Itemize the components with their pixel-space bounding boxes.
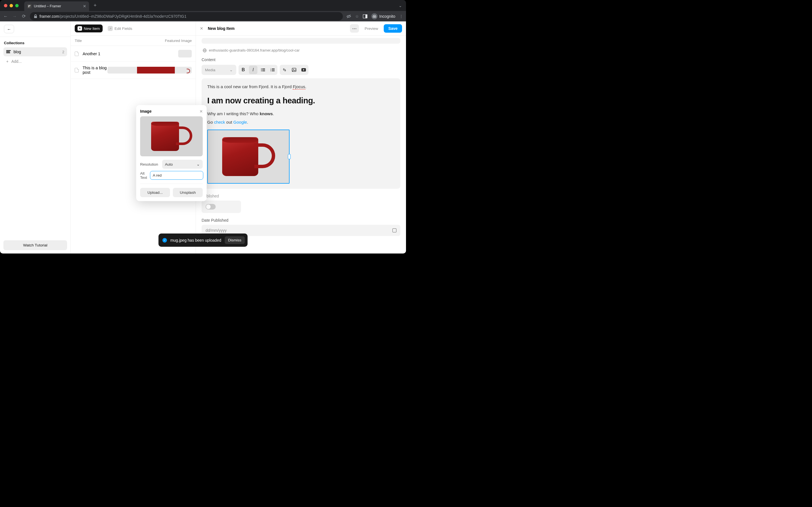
- minimize-window-button[interactable]: [10, 4, 13, 7]
- tab-title: Untitled – Framer: [34, 4, 61, 8]
- external-link-icon: ↗: [108, 26, 113, 31]
- add-collection-button[interactable]: + Add...: [3, 57, 67, 66]
- browser-chrome: Untitled – Framer ✕ + ⌄ ← → ⟳ framer.com…: [0, 0, 406, 21]
- svg-point-9: [261, 68, 262, 69]
- upload-button[interactable]: Upload...: [140, 188, 170, 197]
- svg-rect-3: [365, 15, 367, 18]
- item-thumbnail: [178, 50, 192, 57]
- new-item-button[interactable]: + New Item: [75, 24, 103, 33]
- incognito-badge[interactable]: Incognito: [371, 13, 395, 19]
- incognito-label: Incognito: [379, 14, 395, 18]
- edit-fields-label: Edit Fields: [114, 26, 132, 31]
- item-row[interactable]: This is a blog post: [71, 62, 196, 79]
- slug-input[interactable]: [202, 38, 400, 44]
- rich-text-editor[interactable]: This is a cool new car from Fjord. It is…: [202, 78, 400, 189]
- editor-paragraph[interactable]: Go check out Google.: [207, 119, 395, 126]
- tab-close-icon[interactable]: ✕: [83, 4, 86, 8]
- tabs-dropdown-icon[interactable]: ⌄: [399, 3, 406, 8]
- panel-header: ✕ New blog Item ⋯ Preview Save: [196, 21, 406, 36]
- published-label: Published: [202, 194, 400, 198]
- svg-text:3: 3: [270, 70, 271, 72]
- bold-button[interactable]: B: [239, 65, 248, 75]
- more-options-button[interactable]: ⋯: [350, 24, 359, 33]
- resolution-select[interactable]: Auto ⌄: [162, 160, 203, 169]
- italic-button[interactable]: I: [249, 66, 257, 74]
- popover-close-icon[interactable]: ✕: [200, 109, 203, 114]
- edit-fields-button[interactable]: ↗ Edit Fields: [105, 24, 135, 33]
- svg-rect-12: [262, 69, 265, 70]
- image-resize-handle[interactable]: [288, 154, 291, 159]
- star-icon[interactable]: ☆: [355, 14, 359, 18]
- editor-paragraph[interactable]: This is a cool new car from Fjord. It is…: [207, 83, 395, 90]
- popover-header: Image ✕: [140, 109, 203, 114]
- format-group: B I 123: [239, 65, 277, 75]
- bullet-list-button[interactable]: [258, 65, 268, 75]
- preview-button[interactable]: Preview: [361, 25, 382, 33]
- svg-rect-10: [262, 68, 265, 69]
- published-toggle[interactable]: [206, 204, 216, 210]
- save-button[interactable]: Save: [384, 24, 402, 33]
- panel-actions: ⋯ Preview Save: [350, 24, 402, 33]
- unsplash-button[interactable]: Unsplash: [173, 188, 203, 197]
- url-input[interactable]: framer.com/projects/Untitled--mZ98oDWaPJ…: [30, 12, 343, 20]
- panel-icon[interactable]: [363, 14, 367, 18]
- slug-url-text: enthusiastic-guardrails-093164.framer.ap…: [209, 48, 300, 52]
- new-tab-button[interactable]: +: [91, 3, 99, 8]
- date-placeholder: dd/mm/yyyy: [206, 228, 227, 233]
- image-button[interactable]: [289, 65, 299, 75]
- item-row[interactable]: Another 1: [71, 46, 196, 62]
- kebab-menu-icon[interactable]: ⋮: [399, 14, 403, 18]
- items-list-header: Title Featured Image: [71, 36, 196, 46]
- svg-point-13: [261, 71, 262, 71]
- link-button[interactable]: [280, 65, 289, 75]
- forward-button[interactable]: →: [12, 14, 17, 19]
- close-window-button[interactable]: [4, 4, 7, 7]
- lock-icon: [34, 14, 37, 18]
- alt-text-row: Alt Text: [140, 171, 203, 180]
- browser-actions: ☆ Incognito ⋮: [346, 13, 403, 19]
- panel-title: New blog Item: [208, 26, 235, 31]
- numbered-list-button[interactable]: 123: [268, 65, 277, 75]
- sidebar-top: ←: [0, 21, 70, 37]
- video-button[interactable]: [299, 65, 308, 75]
- reload-button[interactable]: ⟳: [21, 13, 27, 19]
- svg-point-5: [375, 16, 376, 17]
- media-dropdown[interactable]: Media ⌄: [202, 65, 236, 75]
- url-host: framer.com: [40, 14, 59, 18]
- eye-off-icon[interactable]: [346, 14, 351, 19]
- document-icon: [75, 52, 79, 56]
- media-label: Media: [205, 68, 215, 72]
- alt-text-input[interactable]: [150, 171, 203, 180]
- resolution-row: Resolution Auto ⌄: [140, 160, 203, 169]
- editor-image-selected[interactable]: [207, 129, 290, 184]
- mug-image: [219, 136, 277, 177]
- browser-tab[interactable]: Untitled – Framer ✕: [24, 1, 89, 11]
- new-item-label: New Item: [84, 26, 100, 31]
- editor-link[interactable]: Google: [234, 120, 247, 124]
- column-title: Title: [75, 39, 165, 43]
- item-title: Another 1: [83, 52, 178, 56]
- collections-header: Collections: [0, 37, 70, 47]
- chevron-down-icon: ⌄: [197, 162, 200, 166]
- collection-item-blog[interactable]: blog 2: [3, 47, 67, 56]
- back-to-canvas-button[interactable]: ←: [4, 25, 14, 33]
- document-icon: [75, 68, 79, 72]
- svg-point-22: [293, 69, 294, 70]
- editor-paragraph[interactable]: Why am I writing this? Who knows.: [207, 110, 395, 117]
- svg-point-11: [261, 69, 262, 70]
- item-title: This is a blog post: [83, 66, 107, 75]
- editor-heading[interactable]: I am now creating a heading.: [207, 94, 395, 107]
- svg-point-4: [373, 16, 374, 17]
- close-panel-icon[interactable]: ✕: [200, 26, 203, 31]
- incognito-icon: [371, 13, 377, 19]
- editor-link[interactable]: check: [214, 120, 225, 124]
- collection-count: 2: [62, 50, 64, 54]
- maximize-window-button[interactable]: [15, 4, 18, 7]
- item-thumbnail: [107, 67, 192, 74]
- dismiss-button[interactable]: Dismiss: [225, 236, 245, 244]
- watch-tutorial-button[interactable]: Watch Tutorial: [3, 240, 67, 250]
- image-preview[interactable]: [140, 116, 203, 156]
- spellcheck-word: Fjocus: [293, 84, 305, 90]
- add-label: Add...: [11, 59, 22, 64]
- back-button[interactable]: ←: [3, 14, 8, 19]
